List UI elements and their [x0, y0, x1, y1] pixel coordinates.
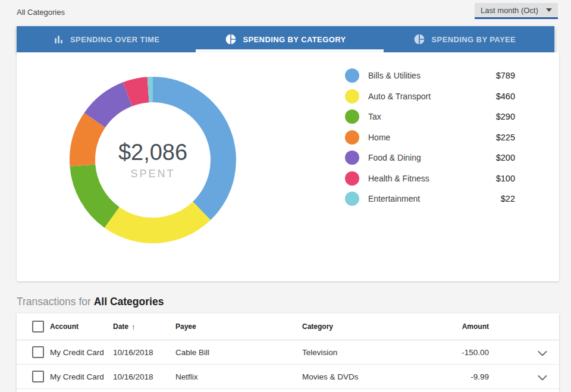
- donut-chart: $2,086 SPENT: [69, 76, 237, 244]
- col-header-payee[interactable]: Payee: [175, 322, 302, 331]
- legend-item[interactable]: Entertainment$22: [345, 192, 515, 206]
- cell-amount: -9.99: [445, 372, 489, 381]
- legend-item[interactable]: Bills & Utilities$789: [345, 68, 515, 83]
- tab-label: SPENDING OVER TIME: [70, 35, 159, 44]
- legend-label: Tax: [368, 112, 496, 121]
- legend-color-dot: [345, 150, 359, 165]
- legend-color-dot: [345, 89, 359, 104]
- legend-color-dot: [345, 130, 359, 145]
- tab-spending-by-payee[interactable]: SPENDING BY PAYEE: [375, 26, 554, 52]
- chevron-down-icon: [546, 8, 552, 12]
- tab-label: SPENDING BY CATEGORY: [243, 35, 346, 44]
- row-checkbox[interactable]: [32, 371, 44, 382]
- legend-color-dot: [345, 171, 359, 186]
- legend-amount: $460: [496, 92, 515, 101]
- col-header-amount[interactable]: Amount: [445, 322, 489, 331]
- period-dropdown[interactable]: Last month (Oct): [475, 3, 558, 19]
- legend-amount: $200: [496, 153, 515, 162]
- legend-label: Auto & Transport: [368, 92, 496, 101]
- cell-category: Television: [302, 348, 445, 357]
- legend-amount: $789: [496, 71, 515, 80]
- legend-amount: $290: [496, 112, 515, 121]
- transactions-heading-prefix: Transactions for: [17, 296, 94, 308]
- legend-label: Home: [368, 133, 496, 142]
- chevron-down-icon: [538, 349, 547, 356]
- chevron-down-icon: [538, 374, 547, 380]
- bar-chart-icon: [53, 34, 64, 45]
- cell-amount: -150.00: [445, 348, 489, 357]
- col-header-account[interactable]: Account: [50, 322, 113, 331]
- report-tabs: SPENDING OVER TIME SPENDING BY CATEGORY …: [17, 26, 554, 52]
- table-header-row: Account Date ↑ Payee Category Amount: [17, 313, 559, 340]
- legend-color-dot: [345, 68, 359, 83]
- row-checkbox[interactable]: [32, 346, 44, 358]
- spending-by-category-panel: $2,086 SPENT Bills & Utilities$789Auto &…: [17, 52, 559, 281]
- donut-segment-bills-utilities[interactable]: [153, 77, 236, 220]
- donut-segment-auto-transport[interactable]: [105, 202, 211, 243]
- legend-label: Health & Fitness: [368, 174, 496, 183]
- cell-date: 10/16/2018: [113, 372, 175, 381]
- expand-row-button[interactable]: [523, 374, 559, 380]
- pie-chart-icon: [225, 33, 237, 45]
- col-header-date[interactable]: Date ↑: [113, 322, 175, 331]
- legend-label: Entertainment: [368, 194, 501, 203]
- legend-item[interactable]: Health & Fitness$100: [345, 171, 515, 186]
- tab-spending-by-category[interactable]: SPENDING BY CATEGORY: [196, 26, 375, 52]
- sort-ascending-icon: ↑: [131, 322, 136, 331]
- cell-payee: Cable Bill: [175, 348, 302, 357]
- table-row[interactable]: My Credit Card10/16/2018NetflixMovies & …: [17, 365, 559, 389]
- pie-chart-icon: [413, 33, 425, 45]
- cell-date: 10/16/2018: [113, 348, 175, 357]
- legend-amount: $225: [496, 133, 515, 142]
- transactions-table: Account Date ↑ Payee Category Amount My …: [17, 313, 559, 392]
- legend-item[interactable]: Food & Dining$200: [345, 150, 515, 165]
- cell-account: My Credit Card: [50, 348, 113, 357]
- legend-color-dot: [345, 109, 359, 124]
- transactions-heading-category: All Categories: [94, 296, 164, 308]
- expand-row-button[interactable]: [523, 349, 559, 356]
- tab-spending-over-time[interactable]: SPENDING OVER TIME: [17, 26, 196, 52]
- col-header-date-label: Date: [113, 322, 128, 331]
- cell-account: My Credit Card: [50, 372, 113, 381]
- legend-item[interactable]: Auto & Transport$460: [345, 89, 515, 104]
- select-all-checkbox[interactable]: [32, 321, 44, 333]
- col-header-category[interactable]: Category: [302, 322, 445, 331]
- cell-category: Movies & DVDs: [302, 372, 445, 381]
- donut-svg: [69, 76, 237, 244]
- period-dropdown-value: Last month (Oct): [481, 6, 538, 15]
- legend-label: Bills & Utilities: [368, 71, 496, 80]
- tab-label: SPENDING BY PAYEE: [431, 35, 516, 44]
- current-filter-label: All Categories: [17, 8, 65, 17]
- legend-color-dot: [345, 192, 359, 206]
- legend-amount: $22: [501, 194, 515, 203]
- legend-label: Food & Dining: [368, 153, 496, 162]
- chart-legend: Bills & Utilities$789Auto & Transport$46…: [345, 68, 515, 212]
- cell-payee: Netflix: [175, 372, 302, 381]
- legend-item[interactable]: Home$225: [345, 130, 515, 145]
- transactions-heading: Transactions for All Categories: [17, 296, 164, 308]
- legend-item[interactable]: Tax$290: [345, 109, 515, 124]
- transactions-body: My Credit Card10/16/2018Cable BillTelevi…: [17, 340, 559, 389]
- table-row[interactable]: My Credit Card10/16/2018Cable BillTelevi…: [17, 340, 559, 365]
- legend-amount: $100: [496, 174, 515, 183]
